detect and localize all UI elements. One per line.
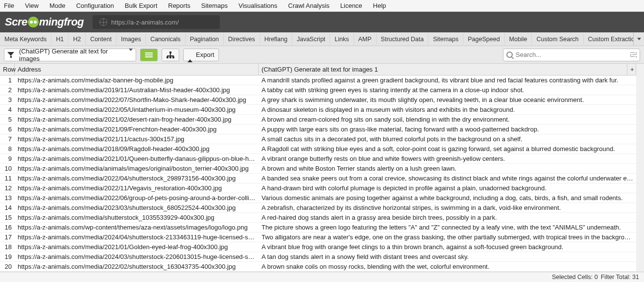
tab-javascript[interactable]: JavaScript [292,33,330,45]
cell-address: https://a-z-animals.com/media/2021/01/Go… [15,243,259,251]
tab-amp[interactable]: AMP [354,33,377,45]
cell-address: https://a-z-animals.com/media/2022/02/sh… [15,262,259,271]
chevron-down-icon [126,51,136,58]
tab-images[interactable]: Images [117,33,146,45]
table-row[interactable]: 11https://a-z-animals.com/media/2022/04/… [0,174,636,183]
cell-row-number: 5 [0,115,15,124]
table-row[interactable]: 2https://a-z-animals.com/media/2019/11/A… [0,85,636,95]
cell-address: https://a-z-animals.com/media/2019/11/Au… [15,86,259,94]
filter-combobox[interactable]: (ChatGPT) Generate alt text for images [4,49,136,61]
table-row[interactable]: 9https://a-z-animals.com/media/2021/01/Q… [0,154,636,164]
cell-address: https://a-z-animals.com/media/2022/07/Sh… [15,96,259,104]
table-row[interactable]: 3https://a-z-animals.com/media/2022/07/S… [0,95,636,105]
url-input[interactable]: https://a-z-animals.com/ [93,15,220,29]
cell-alt-text: A small cactus sits in a decorated pot, … [259,135,636,143]
tab-custom-extraction[interactable]: Custom Extraction [584,33,633,45]
cell-alt-text: A brown and cream-colored frog sits on s… [259,115,636,124]
menu-licence[interactable]: Licence [340,2,362,9]
cell-row-number: 7 [0,135,15,143]
table-row[interactable]: 12https://a-z-animals.com/media/2022/11/… [0,183,636,193]
search-input[interactable] [503,49,640,61]
cell-alt-text: A brown snake coils on mossy rocks, blen… [259,262,636,271]
tab-directives[interactable]: Directives [224,33,260,45]
tab-h2[interactable]: H2 [69,33,86,45]
vertical-scrollbar[interactable] [636,64,644,272]
table-row[interactable]: 16https://a-z-animals.com/wp-content/the… [0,223,636,232]
tab-hreflang[interactable]: Hreflang [260,33,292,45]
table-row[interactable]: 20https://a-z-animals.com/media/2022/02/… [0,262,636,272]
cell-address: https://a-z-animals.com/media/2022/04/sh… [15,174,259,182]
cell-alt-text: A red-haired dog stands alert in a grass… [259,213,636,222]
menu-crawl-analysis[interactable]: Crawl Analysis [288,2,330,9]
cell-row-number: 13 [0,194,15,202]
col-address[interactable]: Address [15,64,259,75]
menu-file[interactable]: File [4,2,14,9]
status-bar: Selected Cells: 0 Filter Total: 31 [0,272,644,282]
cell-alt-text: A hand-drawn bird with colorful plumage … [259,184,636,192]
table-row[interactable]: 15https://a-z-animals.com/media/shutters… [0,213,636,223]
menu-sitemaps[interactable]: Sitemaps [201,2,228,9]
cell-row-number: 17 [0,233,15,241]
menu-reports[interactable]: Reports [168,2,191,9]
table-row[interactable]: 1https://a-z-animals.com/media/az-banner… [0,76,636,85]
cell-row-number: 20 [0,262,15,271]
tabs-overflow-button[interactable] [633,32,644,46]
cell-row-number: 3 [0,96,15,104]
cell-alt-text: A banded sea snake peers out from a cora… [259,174,636,182]
tree-view-button[interactable] [162,49,179,61]
col-alt-text[interactable]: (ChatGPT) Generate alt text for images 1 [259,64,627,75]
cell-row-number: 1 [0,76,15,84]
cell-alt-text: A mandrill stands profiled against a gre… [259,76,636,84]
cell-row-number: 11 [0,174,15,182]
menu-bulk-export[interactable]: Bulk Export [125,2,157,9]
cell-address: https://a-z-animals.com/media/2021/09/Fr… [15,125,259,133]
table-row[interactable]: 19https://a-z-animals.com/media/2024/03/… [0,252,636,262]
search-field[interactable] [516,51,627,58]
table-row[interactable]: 4https://a-z-animals.com/media/2022/05/U… [0,105,636,115]
tab-custom-search[interactable]: Custom Search [532,33,583,45]
export-icon [188,52,193,58]
table-row[interactable]: 17https://a-z-animals.com/media/2024/04/… [0,232,636,242]
export-button[interactable]: Export [183,49,219,61]
tab-h1[interactable]: H1 [51,33,69,45]
tab-structured-data[interactable]: Structured Data [377,33,429,45]
cell-address: https://a-z-animals.com/media/2018/09/Ra… [15,145,259,153]
table-row[interactable]: 14https://a-z-animals.com/media/2023/03/… [0,203,636,213]
table-row[interactable]: 18https://a-z-animals.com/media/2021/01/… [0,242,636,252]
table-row[interactable]: 7https://a-z-animals.com/media/2021/11/c… [0,134,636,144]
table-row[interactable]: 10https://a-z-animals.com/media/animals/… [0,164,636,174]
table-row[interactable]: 13https://a-z-animals.com/media/2022/06/… [0,193,636,203]
menu-visualisations[interactable]: Visualisations [239,2,277,9]
add-column-button[interactable]: + [627,64,636,75]
cell-row-number: 15 [0,213,15,222]
cell-alt-text: A dinosaur skeleton is displayed in a mu… [259,105,636,114]
table-row[interactable]: 8https://a-z-animals.com/media/2018/09/R… [0,144,636,154]
cell-row-number: 2 [0,86,15,94]
tab-content[interactable]: Content [86,33,117,45]
menu-mode[interactable]: Mode [49,2,66,9]
table-header: Row Address (ChatGPT) Generate alt text … [0,64,636,76]
search-options-icon[interactable] [627,52,640,57]
table-row[interactable]: 6https://a-z-animals.com/media/2021/09/F… [0,125,636,134]
menu-view[interactable]: View [25,2,39,9]
cell-alt-text: A vibrant orange butterfly rests on blue… [259,154,636,163]
tab-pagination[interactable]: Pagination [186,33,224,45]
toolbar: (ChatGPT) Generate alt text for images E… [0,46,644,64]
tab-sitemaps[interactable]: Sitemaps [429,33,463,45]
cell-row-number: 18 [0,243,15,251]
cell-alt-text: Two alligators are near a water's edge, … [259,233,636,241]
cell-row-number: 4 [0,105,15,114]
tab-links[interactable]: Links [330,33,354,45]
menu-configuration[interactable]: Configuration [76,2,114,9]
tab-pagespeed[interactable]: PageSpeed [463,33,504,45]
tab-meta-keywords[interactable]: Meta Keywords [0,33,51,45]
menu-help[interactable]: Help [373,2,386,9]
tab-canonicals[interactable]: Canonicals [146,33,186,45]
table-row[interactable]: 5https://a-z-animals.com/media/2021/02/d… [0,115,636,125]
col-row[interactable]: Row [0,64,15,75]
list-view-button[interactable] [140,49,158,61]
tab-mobile[interactable]: Mobile [505,33,532,45]
cell-address: https://a-z-animals.com/media/2022/11/Ve… [15,184,259,192]
tree-icon [167,51,174,58]
app-logo: Scremingfrog [5,16,84,28]
